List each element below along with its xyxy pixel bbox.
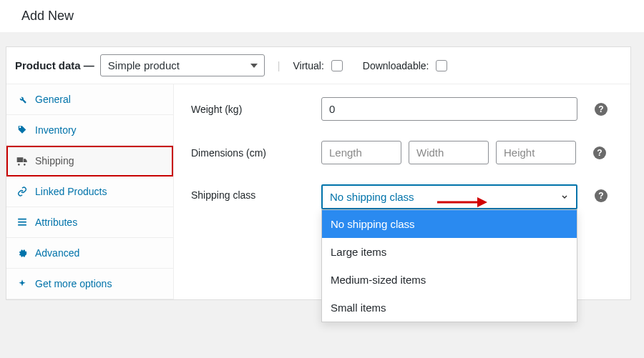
sidebar-item-get-more-options[interactable]: Get more options [6,269,173,299]
dropdown-option[interactable]: Medium-sized items [322,266,577,294]
page-title: Add New [0,0,644,32]
svg-rect-0 [18,219,26,220]
product-data-panel: Product data — Simple product | Virtual:… [6,46,631,300]
wrench-icon [16,94,28,105]
downloadable-checkbox[interactable] [436,60,447,71]
shipping-class-label: Shipping class [191,184,313,201]
virtual-checkbox[interactable] [331,60,343,71]
panel-header-title: Product data — [15,59,94,71]
dropdown-option[interactable]: Large items [322,238,577,266]
downloadable-label: Downloadable: [363,60,429,71]
tag-icon [16,124,28,136]
dimensions-row: Dimensions (cm) ? [191,141,613,164]
sidebar-item-inventory[interactable]: Inventory [6,115,173,146]
shipping-class-row: Shipping class No shipping class No ship… [191,184,613,209]
weight-row: Weight (kg) ? [191,97,613,121]
virtual-label: Virtual: [293,60,324,71]
dropdown-option[interactable]: Small items [322,294,577,322]
chevron-down-icon [560,191,569,203]
width-input[interactable] [409,141,489,164]
shipping-class-select[interactable]: No shipping class [321,184,577,209]
help-icon[interactable]: ? [593,146,606,159]
help-icon[interactable]: ? [595,103,608,116]
sidebar-item-label: Shipping [35,155,74,166]
sidebar-item-label: Linked Products [35,186,107,197]
svg-rect-2 [18,224,26,226]
list-icon [16,217,28,228]
sidebar-item-attributes[interactable]: Attributes [6,207,173,238]
sidebar-item-label: Advanced [35,247,79,259]
sidebar-item-label: Get more options [35,278,112,289]
svg-rect-1 [18,222,26,223]
sidebar-item-label: Inventory [35,124,77,136]
weight-input[interactable] [321,97,577,121]
link-icon [16,186,28,197]
main-pane: Weight (kg) ? Dimensions (cm) ? Shipping… [174,84,630,299]
shipping-class-dropdown: No shipping class Large items Medium-siz… [321,209,577,322]
height-input[interactable] [496,141,576,164]
length-input[interactable] [321,141,401,164]
product-data-sidebar: General Inventory Shipping Linked Produc… [6,84,174,299]
shipping-class-value: No shipping class [330,191,414,203]
spark-icon [16,278,28,289]
dropdown-option[interactable]: No shipping class [322,210,577,238]
sidebar-item-label: General [35,94,71,105]
weight-label: Weight (kg) [191,104,313,115]
sidebar-item-label: Attributes [35,217,77,228]
sidebar-item-advanced[interactable]: Advanced [6,238,173,269]
separator: | [278,60,280,71]
product-type-select[interactable]: Simple product [100,54,265,76]
gear-icon [16,247,28,259]
help-icon[interactable]: ? [595,189,608,202]
panel-header: Product data — Simple product | Virtual:… [6,47,630,84]
sidebar-item-shipping[interactable]: Shipping [6,146,173,176]
truck-icon [16,155,28,166]
sidebar-item-general[interactable]: General [6,84,173,115]
dimensions-label: Dimensions (cm) [191,147,313,159]
sidebar-item-linked-products[interactable]: Linked Products [6,176,173,207]
